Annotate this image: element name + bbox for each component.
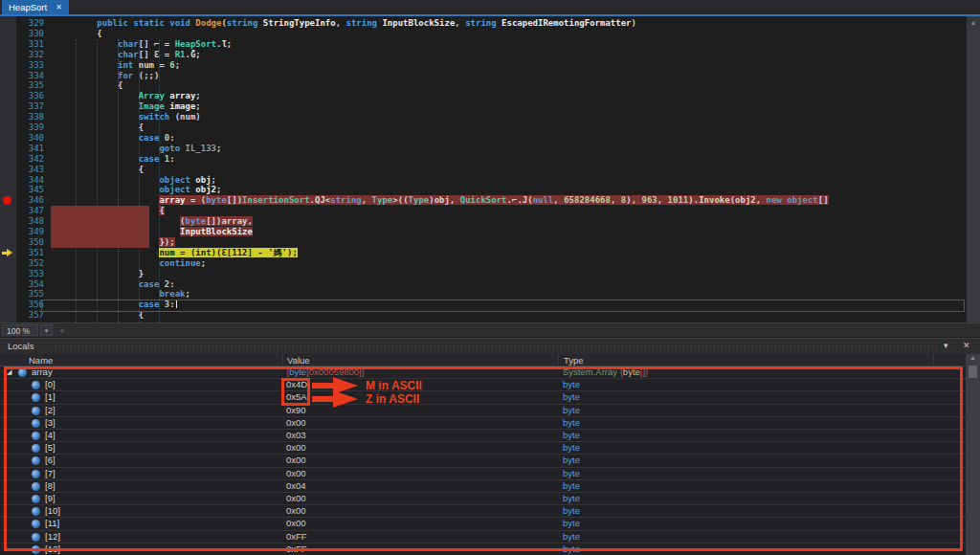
code-line[interactable]: 347 { — [0, 206, 967, 216]
line-number: 342 — [17, 154, 44, 165]
line-number: 349 — [17, 227, 44, 237]
code-line[interactable]: 334 for (;;) — [0, 71, 967, 81]
code-line[interactable]: 330 { — [0, 29, 967, 39]
close-panel-icon[interactable]: ✕ — [963, 341, 970, 350]
line-number: 356 — [17, 300, 44, 310]
hscroll-left-icon[interactable]: ◄ — [57, 326, 65, 335]
code-line[interactable]: 344 object obj; — [0, 175, 967, 186]
tab-heapsort[interactable]: HeapSort ✕ — [2, 0, 69, 14]
code-line[interactable]: 350 }); — [0, 237, 967, 248]
code-line[interactable]: 353 } — [0, 269, 967, 279]
code-line[interactable]: 343 { — [0, 165, 967, 175]
code-editor[interactable]: 329 public static void Dodge(string Stri… — [0, 16, 967, 322]
locals-title: Locals — [8, 341, 33, 351]
line-number: 347 — [17, 206, 44, 216]
locals-vertical-scrollbar[interactable]: ▲ — [966, 354, 980, 555]
line-number: 332 — [17, 50, 44, 60]
line-number: 334 — [17, 71, 44, 81]
line-number: 343 — [17, 165, 44, 175]
line-number: 331 — [17, 39, 44, 50]
line-number: 341 — [17, 144, 44, 154]
line-number: 352 — [17, 258, 44, 269]
code-line[interactable]: 354 case 2: — [0, 279, 967, 290]
tab-title: HeapSort — [9, 2, 47, 12]
tab-bar: HeapSort ✕ — [0, 0, 980, 14]
zoom-level-select[interactable]: 100 % — [2, 324, 38, 336]
column-header-value[interactable]: Value — [287, 355, 310, 366]
annotation-magic-bytes-box — [281, 378, 310, 406]
code-line[interactable]: 329 public static void Dodge(string Stri… — [0, 18, 967, 29]
current-statement-arrow-icon — [2, 249, 12, 257]
scroll-up-icon[interactable]: ▲ — [970, 19, 977, 26]
line-number: 348 — [17, 216, 44, 227]
line-number: 357 — [17, 310, 44, 321]
code-line[interactable]: 348 (byte[])array, — [0, 216, 967, 227]
line-number: 337 — [17, 101, 44, 112]
line-number: 353 — [17, 269, 44, 279]
scrollbar-thumb[interactable] — [969, 366, 977, 378]
code-line[interactable]: 337 Image image; — [0, 101, 967, 112]
code-line[interactable]: 340 case 0: — [0, 133, 967, 144]
line-number: 329 — [17, 18, 44, 29]
line-number: 338 — [17, 112, 44, 122]
line-number: 345 — [17, 185, 44, 195]
vs-debugger-window: HeapSort ✕ 329 public static void Dodge(… — [0, 0, 980, 555]
line-number: 339 — [17, 122, 44, 133]
line-number: 346 — [17, 195, 44, 206]
code-line[interactable]: 342 case 1: — [0, 154, 967, 165]
code-line[interactable]: 346 array = (byte[])InsertionSort.QЈ<str… — [0, 195, 967, 206]
locals-column-header: Name Value Type — [0, 354, 980, 366]
column-header-name[interactable]: Name — [29, 355, 53, 366]
scroll-up-icon[interactable]: ▲ — [969, 354, 976, 361]
editor-bottom-bar: 100 % ▾ ◄ — [0, 322, 980, 337]
titlebar-grip — [56, 344, 938, 348]
editor-vertical-scrollbar[interactable]: ▲ — [967, 16, 980, 322]
annotation-arrow — [312, 396, 333, 402]
line-number: 336 — [17, 91, 44, 101]
annotation-arrow — [312, 383, 333, 388]
code-line[interactable]: 333 int num = 6; — [0, 60, 967, 71]
code-line[interactable]: 349 InputBlockSize — [0, 227, 967, 237]
code-line[interactable]: 341 goto IL_133; — [0, 144, 967, 154]
line-number: 335 — [17, 80, 44, 91]
line-number: 355 — [17, 289, 44, 300]
locals-title-bar[interactable]: Locals ▾ ✕ — [0, 339, 980, 354]
annotation-arrow-head — [333, 390, 358, 408]
code-line[interactable]: 352 continue; — [0, 258, 967, 269]
caret-line-border — [41, 300, 965, 313]
line-number: 344 — [17, 175, 44, 186]
zoom-dropdown-icon[interactable]: ▾ — [40, 324, 53, 336]
line-number: 330 — [17, 29, 44, 39]
code-line[interactable]: 332 char[] Ɛ = R1.Ḡ; — [0, 50, 967, 60]
code-line[interactable]: 345 object obj2; — [0, 185, 967, 195]
annotation-label-m: M in ASCII — [366, 379, 422, 392]
code-line[interactable]: 351 num = (int)(Ɛ[112] - '媽'); — [0, 248, 967, 258]
window-menu-icon[interactable]: ▾ — [944, 341, 948, 350]
code-line[interactable]: 355 break; — [0, 289, 967, 300]
annotation-label-z: Z in ASCII — [366, 392, 419, 406]
line-number: 340 — [17, 133, 44, 144]
code-line[interactable]: 335 { — [0, 80, 967, 91]
column-header-type[interactable]: Type — [564, 355, 584, 366]
close-icon[interactable]: ✕ — [56, 3, 62, 11]
code-line[interactable]: 336 Array array; — [0, 91, 967, 101]
annotation-array-box — [4, 366, 963, 551]
line-number: 351 — [17, 248, 44, 258]
code-line[interactable]: 338 switch (num) — [0, 112, 967, 122]
code-line[interactable]: 339 { — [0, 122, 967, 133]
line-number: 354 — [17, 279, 44, 290]
code-line[interactable]: 331 char[] ⌐ = HeapSort.Ɩ; — [0, 39, 967, 50]
line-number: 333 — [17, 60, 44, 71]
line-number: 350 — [17, 237, 44, 248]
